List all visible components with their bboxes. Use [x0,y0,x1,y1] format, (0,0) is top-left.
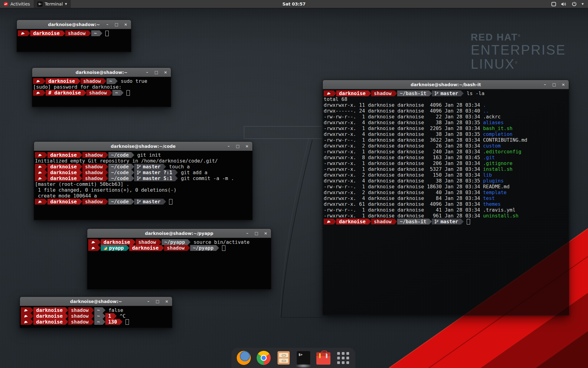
terminal-body[interactable]: darknoiseshadow~falsedarknoiseshadow~1^C… [20,306,172,328]
terminal-body[interactable]: darknoiseshadow~ [17,29,131,52]
maximize-button[interactable]: □ [156,299,160,304]
powerline-separator [106,170,108,175]
window-controls: –□× [105,22,131,27]
dock-item-toolbox[interactable] [316,351,331,365]
terminal-line: drwxrwxr-x. 61 darknoise darknoise 4096 … [324,201,569,207]
maximize-button[interactable]: □ [115,22,119,27]
maximize-button[interactable]: □ [552,82,556,87]
terminal-line: -rw-rw-r--. 1 darknoise darknoise 41 Jan… [324,207,569,213]
terminal-output-text: -rw-rw-r--. 1 darknoise darknoise 18630 … [324,184,483,190]
terminal-cursor [126,90,130,96]
terminal-line: [master (root-commit) 50bcb63] . [35,181,252,187]
dock-item-app-grid[interactable] [336,351,351,365]
terminal-line: -rwxrwxr-x. 1 darknoise darknoise 961 Ja… [324,213,569,219]
maximize-button[interactable]: □ [236,144,240,148]
redhat-fedora-icon [91,240,95,244]
prompt-segment-host: shadow [82,164,106,170]
close-button[interactable]: × [264,231,268,236]
terminal-line: darknoiseshadow~/bash-itmasterls -la [324,90,569,96]
file-name: test [483,195,495,201]
terminal-body[interactable]: darknoiseshadow~/codegit initInitialized… [34,151,252,220]
window-controls: –□× [145,70,171,75]
volume-icon[interactable] [561,2,567,6]
maximize-button[interactable]: □ [254,231,258,236]
minimize-button[interactable]: – [543,82,547,87]
prompt-segment-path: ~ [94,319,103,325]
terminal-body[interactable]: darknoiseshadow~/bash-itmasterls -latota… [323,89,569,315]
powerline-separator [131,175,134,181]
powerline-separator [394,90,397,96]
prompt-segment-user: darknoise [129,245,161,251]
prompt-segment-hat [35,164,45,170]
dock-item-files[interactable] [276,351,291,365]
powerline-separator [92,313,94,319]
dock-item-terminal[interactable]: $> [296,351,311,365]
terminal-body[interactable]: darknoiseshadow~sudo true[sudo] password… [32,77,171,107]
powerline-separator [98,245,101,251]
window-titlebar[interactable]: darknoise@shadow:~–□× [17,20,131,29]
terminal-line: -rwxrwxr-x. 1 darknoise darknoise 240 Ja… [324,149,569,155]
file-name: .ackrc [483,114,501,120]
close-button[interactable]: × [124,22,128,27]
powerline-separator [131,170,134,175]
window-controls: –□× [227,144,252,148]
terminal-output-text: -rw-rw-r--. 1 darknoise darknoise 41 Jan… [324,207,483,213]
terminal-line: -rwxrwxr-x. 1 darknoise darknoise 2205 J… [324,125,569,131]
terminal-output-text: drwxrwxr-x. 11 darknoise darknoise 4096 … [324,102,483,108]
prompt-segment-host: shadow [82,152,106,158]
file-name: aliases [483,120,503,125]
window-titlebar[interactable]: darknoise@shadow:~–□× [20,297,172,306]
terminal-output-text: drwxrwxr-x. 2 darknoise darknoise 26 Jan… [324,143,483,149]
powerline-separator [188,239,190,245]
screen-icon[interactable] [551,2,556,6]
powerline-separator [98,239,101,245]
powerline-separator [429,90,432,96]
clock[interactable]: Sat 03:57 [0,2,588,6]
toolbox-icon [316,352,330,365]
powerline-separator [28,30,30,36]
powerline-separator [368,90,371,96]
powerline-separator [131,152,134,158]
powerline-separator [126,245,129,251]
terminal-output-text: total 68 [324,96,347,102]
prompt-segment-exit: 1 [105,313,114,319]
redhat-fedora-icon [38,165,42,168]
close-button[interactable]: × [561,82,565,87]
powerline-separator [461,90,464,96]
chevron-down-icon[interactable]: ▼ [582,2,584,6]
window-titlebar[interactable]: darknoise@shadow:~/code–□× [34,142,252,151]
minimize-button[interactable]: – [105,22,109,27]
close-button[interactable]: × [165,299,169,304]
terminal-line: drwxrwxr-x. 8 darknoise darknoise 163 Ja… [324,155,569,160]
powerline-separator [45,199,47,205]
window-titlebar[interactable]: darknoise@shadow:~/pyapp–□× [87,229,271,238]
powerline-separator [45,152,47,158]
close-button[interactable]: × [164,70,168,75]
terminal-output-text: [sudo] password for darknoise: [33,84,122,90]
powerline-separator [80,175,82,181]
minimize-button[interactable]: – [145,70,149,75]
window-titlebar[interactable]: darknoise@shadow:~/bash-it–□× [323,80,569,89]
terminal-output-text: drwxrwxr-x. 4 darknoise darknoise 38 Jan… [324,178,483,184]
prompt-segment-path: ~/pyapp [190,245,216,251]
terminal-body[interactable]: darknoiseshadow~/pyappsource bin/activat… [87,238,271,289]
terminal-output-text: 1 file changed, 0 insertions(+), 0 delet… [35,187,176,193]
prompt-segment-path: ~/code [108,170,132,175]
dock-item-firefox[interactable] [236,351,251,365]
power-icon[interactable] [572,2,577,6]
close-button[interactable]: × [245,144,249,148]
window-titlebar[interactable]: darknoise@shadow:~–□× [32,68,171,77]
minimize-button[interactable]: – [227,144,231,148]
terminal-output-text: drwx------. 24 darknoise darknoise 4096 … [324,108,483,114]
maximize-button[interactable]: □ [154,70,158,75]
file-name: .git [483,155,495,160]
minimize-button[interactable]: – [245,231,249,236]
powerline-separator [334,90,336,96]
powerline-separator [394,219,397,224]
terminal-line: darknoiseshadow~/codemaster ?:1git add a [35,170,252,175]
minimize-button[interactable]: – [146,299,150,304]
prompt-segment-hat [324,90,334,96]
terminal-line: -rw-rw-r--. 1 darknoise darknoise 22 Jan… [324,114,569,120]
dock-item-chrome[interactable] [256,351,271,365]
rhel-logo-line2: ENTERPRISE [471,43,566,57]
